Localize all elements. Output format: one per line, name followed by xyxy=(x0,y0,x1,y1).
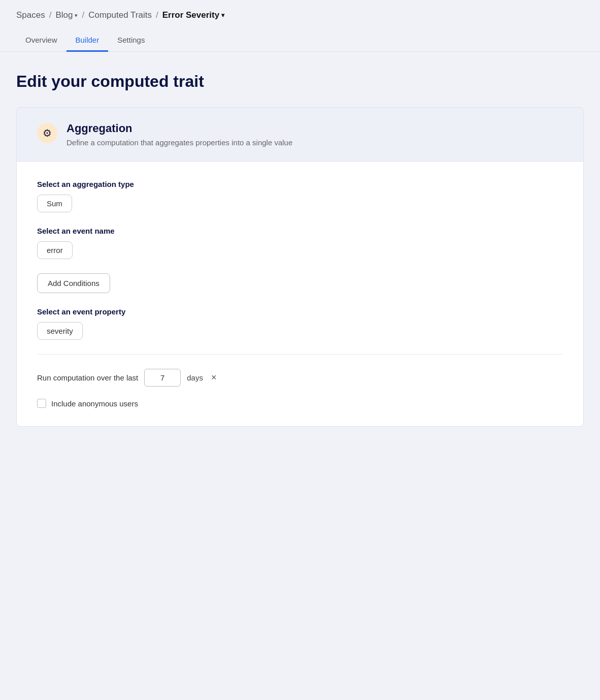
aggregation-text: Aggregation Define a computation that ag… xyxy=(66,122,292,147)
event-name-button[interactable]: error xyxy=(37,241,73,259)
aggregation-type-label: Select an aggregation type xyxy=(37,180,563,188)
run-computation-prefix: Run computation over the last xyxy=(37,373,138,382)
aggregation-type-section: Select an aggregation type Sum xyxy=(37,180,563,212)
breadcrumb-error-severity[interactable]: Error Severity ▾ xyxy=(162,10,224,20)
tabs-bar: Overview Builder Settings xyxy=(0,28,600,52)
event-property-button[interactable]: severity xyxy=(37,322,83,340)
breadcrumb-sep-1: / xyxy=(49,10,52,20)
page-title: Edit your computed trait xyxy=(16,72,584,91)
breadcrumb-blog[interactable]: Blog ▾ xyxy=(55,10,78,20)
add-conditions-button[interactable]: Add Conditions xyxy=(37,273,110,293)
breadcrumb-spaces[interactable]: Spaces xyxy=(16,10,45,20)
event-name-label: Select an event name xyxy=(37,227,563,235)
clear-button[interactable]: × xyxy=(209,372,219,383)
aggregation-icon: ⚙ xyxy=(37,123,57,143)
event-property-label: Select an event property xyxy=(37,307,563,316)
breadcrumb: Spaces / Blog ▾ / Computed Traits / Erro… xyxy=(0,0,600,20)
include-anonymous-label: Include anonymous users xyxy=(51,399,138,408)
days-input[interactable] xyxy=(144,369,181,387)
divider xyxy=(37,354,563,355)
blog-chevron-icon: ▾ xyxy=(75,12,78,19)
breadcrumb-sep-2: / xyxy=(82,10,84,20)
aggregation-header-card: ⚙ Aggregation Define a computation that … xyxy=(16,107,584,162)
add-conditions-wrapper: Add Conditions xyxy=(37,273,563,307)
aggregation-description: Define a computation that aggregates pro… xyxy=(66,138,292,147)
error-severity-chevron-icon: ▾ xyxy=(221,12,224,19)
aggregation-title: Aggregation xyxy=(66,122,292,135)
breadcrumb-computed-traits[interactable]: Computed Traits xyxy=(88,10,152,20)
main-content: Edit your computed trait ⚙ Aggregation D… xyxy=(0,52,600,443)
include-anonymous-checkbox[interactable] xyxy=(37,399,46,408)
event-property-section: Select an event property severity xyxy=(37,307,563,340)
days-label: days xyxy=(187,373,203,382)
tab-settings[interactable]: Settings xyxy=(108,28,154,52)
run-computation-row: Run computation over the last days × xyxy=(37,369,563,387)
form-card: Select an aggregation type Sum Select an… xyxy=(16,162,584,427)
event-name-section: Select an event name error xyxy=(37,227,563,259)
tab-overview[interactable]: Overview xyxy=(16,28,66,52)
tab-builder[interactable]: Builder xyxy=(66,28,109,52)
breadcrumb-sep-3: / xyxy=(156,10,158,20)
aggregation-type-button[interactable]: Sum xyxy=(37,195,72,212)
include-anonymous-row[interactable]: Include anonymous users xyxy=(37,399,563,408)
